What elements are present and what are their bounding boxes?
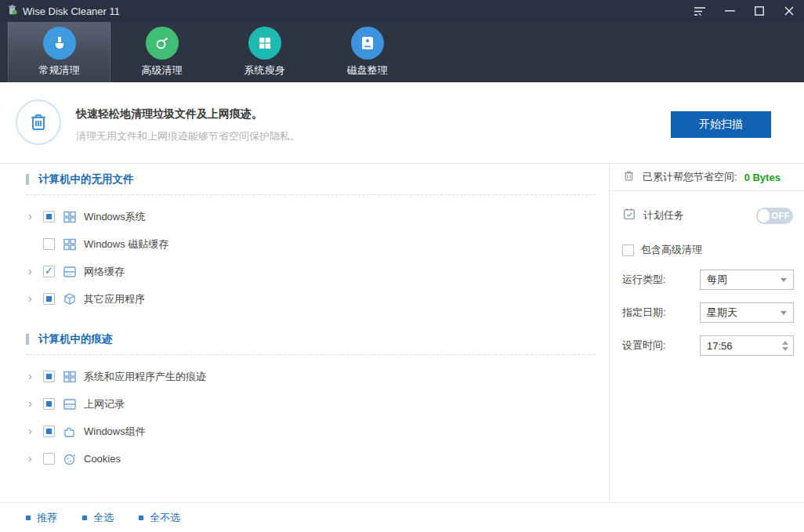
bullet-icon: [26, 516, 31, 520]
sidebar: 已累计帮您节省空间: 0 Bytes 计划任务 OFF 包含高级清理 运行类型:…: [609, 164, 804, 502]
toggle-knob: [758, 209, 770, 223]
link-label: 推荐: [37, 511, 57, 525]
checkbox[interactable]: [43, 453, 55, 465]
row-label: Windows系统: [84, 210, 146, 224]
run-type-value: 每周: [707, 273, 727, 287]
header-title: 快速轻松地清理垃圾文件及上网痕迹。: [76, 107, 263, 121]
checkbox[interactable]: [43, 211, 55, 223]
chevron-right-icon[interactable]: ›: [28, 370, 36, 382]
day-value: 星期天: [707, 306, 737, 320]
section-title: 计算机中的痕迹: [38, 332, 113, 346]
recommend-link[interactable]: 推荐: [26, 511, 57, 525]
calendar-check-icon: [622, 207, 636, 224]
tree-row-web-cache[interactable]: › 网络缓存: [0, 258, 596, 285]
close-icon[interactable]: [774, 0, 804, 22]
section-header: 计算机中的无用文件: [26, 164, 596, 195]
chevron-right-icon[interactable]: ›: [28, 425, 36, 436]
maximize-icon[interactable]: [744, 0, 774, 22]
tree-row-system-traces[interactable]: › 系统和应用程序产生的痕迹: [0, 363, 596, 390]
tree-row-windows-system[interactable]: › Windows系统: [0, 203, 596, 230]
time-row: 设置时间: 17:56: [610, 335, 804, 356]
section-bar: [26, 174, 29, 185]
cube-icon: [62, 291, 77, 306]
time-label: 设置时间:: [622, 338, 666, 353]
menu-icon[interactable]: [685, 0, 715, 22]
tree-row-tile-cache[interactable]: › Windows 磁贴缓存: [0, 230, 596, 258]
wise-disk-cleaner-window: Wise Disk Cleaner 11 常规清理: [0, 0, 804, 532]
chevron-down-icon: [780, 278, 787, 282]
spin-down-icon[interactable]: [782, 347, 788, 351]
schedule-row: 计划任务 OFF: [610, 204, 804, 227]
windows-tiles-icon: [62, 369, 77, 384]
trash-app-icon: [6, 4, 18, 19]
chevron-right-icon[interactable]: ›: [28, 397, 36, 409]
browser-window-icon: [62, 264, 77, 279]
row-label: Windows 磁贴缓存: [84, 237, 168, 252]
day-select[interactable]: 星期天: [700, 302, 794, 323]
footer: 推荐 全选 全不选: [0, 502, 804, 532]
titlebar: Wise Disk Cleaner 11: [0, 0, 804, 22]
time-spinner[interactable]: 17:56: [700, 335, 794, 356]
schedule-toggle[interactable]: OFF: [756, 208, 793, 224]
tree-row-browsing-history[interactable]: › 上网记录: [0, 390, 596, 418]
tab-label: 磁盘整理: [347, 63, 388, 78]
cookie-icon: [62, 451, 77, 466]
checkbox[interactable]: [43, 425, 55, 437]
window-title: Wise Disk Cleaner 11: [23, 5, 120, 17]
spinner-arrows[interactable]: [782, 341, 788, 351]
run-type-label: 运行类型:: [622, 273, 666, 287]
start-scan-button[interactable]: 开始扫描: [671, 111, 771, 138]
schedule-label: 计划任务: [643, 208, 684, 223]
section-junk-files: 计算机中的无用文件 › Windows系统 › Win: [0, 164, 596, 313]
section-title: 计算机中的无用文件: [38, 172, 134, 186]
minimize-icon[interactable]: [715, 0, 744, 22]
toggle-state-text: OFF: [772, 211, 791, 220]
chevron-down-icon: [780, 311, 787, 315]
select-none-link[interactable]: 全不选: [139, 511, 180, 525]
day-row: 指定日期: 星期天: [610, 302, 804, 323]
cleanup-tree: 计算机中的无用文件 › Windows系统 › Win: [0, 164, 609, 502]
time-value: 17:56: [707, 340, 733, 352]
checkbox[interactable]: [43, 371, 55, 382]
header: 快速轻松地清理垃圾文件及上网痕迹。 清理无用文件和上网痕迹能够节省空间保护隐私。…: [0, 82, 804, 164]
chevron-right-icon[interactable]: ›: [28, 452, 36, 464]
tab-label: 常规清理: [39, 63, 80, 78]
checkbox[interactable]: [622, 244, 634, 256]
tab-label: 高级清理: [142, 63, 183, 78]
section-header: 计算机中的痕迹: [26, 324, 596, 355]
include-advanced-row[interactable]: 包含高级清理: [610, 243, 804, 257]
chevron-right-icon[interactable]: ›: [28, 210, 36, 222]
checkbox[interactable]: [43, 293, 55, 305]
row-label: 网络缓存: [84, 265, 125, 279]
row-label: Cookies: [84, 453, 121, 465]
section-bar: [26, 334, 29, 345]
run-type-select[interactable]: 每周: [700, 270, 794, 290]
broom-icon: [43, 27, 76, 60]
tree-row-cookies[interactable]: › Cookies: [0, 445, 596, 472]
windows-tiles-icon: [62, 209, 77, 224]
header-subtitle: 清理无用文件和上网痕迹能够节省空间保护隐私。: [76, 129, 300, 143]
tree-row-windows-components[interactable]: › Windows组件: [0, 418, 596, 445]
chevron-right-icon[interactable]: ›: [28, 265, 36, 277]
bullet-icon: [82, 516, 87, 520]
tab-advanced-clean[interactable]: 高级清理: [110, 22, 213, 82]
tab-disk-defrag[interactable]: 磁盘整理: [316, 22, 418, 82]
row-label: 上网记录: [84, 397, 125, 411]
deep-scan-icon: [146, 27, 179, 60]
checkbox[interactable]: [43, 398, 55, 410]
puzzle-icon: [62, 424, 77, 439]
spin-up-icon[interactable]: [782, 341, 788, 345]
checkbox[interactable]: [43, 266, 55, 277]
main-nav: 常规清理 高级清理 系统瘦身 磁盘整理: [0, 22, 804, 82]
checkbox[interactable]: [43, 238, 55, 250]
tree-row-other-apps[interactable]: › 其它应用程序: [0, 285, 596, 313]
tab-system-slim[interactable]: 系统瘦身: [213, 22, 316, 82]
tab-common-clean[interactable]: 常规清理: [8, 22, 110, 82]
run-type-row: 运行类型: 每周: [610, 270, 804, 290]
chevron-right-icon[interactable]: ›: [28, 292, 36, 304]
saved-space-value: 0 Bytes: [744, 172, 780, 183]
windows-logo-icon: [248, 27, 281, 60]
select-all-link[interactable]: 全选: [82, 511, 114, 525]
row-label: Windows组件: [84, 425, 146, 439]
section-traces: 计算机中的痕迹 › 系统和应用程序产生的痕迹 › 上网: [0, 324, 596, 472]
